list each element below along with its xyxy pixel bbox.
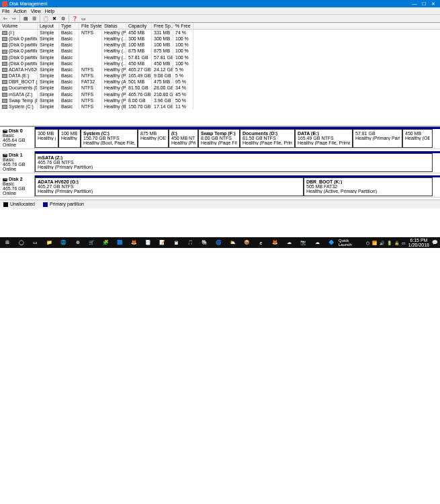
volume-row[interactable]: (I:)SimpleBasicNTFSHealthy (P...450 MB33… [0, 30, 440, 36]
taskbar-app[interactable]: 🦊 [268, 237, 282, 248]
taskbar-app[interactable]: 📝 [155, 237, 169, 248]
taskbar-app[interactable]: ☁ [310, 237, 324, 248]
tray-icon[interactable]: 🔒 [394, 241, 399, 245]
app-icon [2, 1, 7, 7]
taskbar-app[interactable]: 🐘 [197, 237, 212, 248]
taskbar: ⊞◯▭📁🌐⊕🛒🧩🟦🦊📑📝🖩🎵🐘🌀⛅📦e🦊☁📷☁🔷 Quick Launch ⬡📶… [0, 237, 440, 248]
toolbar-button[interactable]: ⇦ [2, 15, 9, 22]
volume-row[interactable]: Documents (D:)SimpleBasicNTFSHealthy (P.… [0, 85, 440, 91]
toolbar-button[interactable]: ✖ [51, 15, 58, 22]
system-tray: Quick Launch ⬡📶🔊🔋🔒▭ 6:15 PM1/20/2018 💬 [339, 238, 440, 247]
legend-item: Primary partition [43, 202, 84, 207]
close-button[interactable]: ✕ [429, 1, 438, 7]
toolbar-button[interactable]: ▤ [22, 15, 29, 22]
partition[interactable]: 100 MBHealthy (EF [58, 129, 81, 148]
column-header[interactable]: File System [79, 23, 102, 29]
toolbar-button[interactable]: 📋 [42, 15, 49, 22]
tray-icon[interactable]: 🔋 [387, 241, 392, 245]
titlebar: Disk Management — ☐ ✕ [0, 0, 440, 7]
window-title: Disk Management [9, 1, 410, 6]
column-header[interactable]: Volume [0, 23, 38, 29]
partition[interactable]: 57.81 GBHealthy (Primary Partition) [353, 129, 402, 148]
volume-row[interactable]: ADATA HV620 (G:)SimpleBasicNTFSHealthy (… [0, 67, 440, 73]
tray-icon[interactable]: ▭ [402, 241, 406, 245]
partition[interactable]: mSATA (Z:)465.76 GB NTFSHealthy (Primary… [35, 153, 433, 172]
volume-row[interactable]: (Disk 0 partition 10)SimpleBasicHealthy … [0, 54, 440, 60]
volume-row[interactable]: DATA (E:)SimpleBasicNTFSHealthy (P...165… [0, 73, 440, 79]
clock[interactable]: 6:15 PM1/20/2018 [408, 238, 429, 247]
menubar: FileActionViewHelp [0, 7, 440, 15]
partition[interactable]: ADATA HV620 (G:)465.27 GB NTFSHealthy (P… [35, 177, 304, 196]
disk-info[interactable]: 🖴 Disk 0Basic465.64 GBOnline [0, 127, 35, 149]
taskbar-app[interactable]: 🎵 [183, 237, 197, 248]
menu-view[interactable]: View [31, 9, 41, 13]
volume-row[interactable]: Swap Temp (F:)SimpleBasicNTFSHealthy (P.… [0, 97, 440, 103]
taskbar-app[interactable]: 🧩 [99, 237, 113, 248]
taskbar-app[interactable]: ⊞ [0, 237, 14, 248]
taskbar-app[interactable]: 🦊 [127, 237, 141, 248]
taskbar-app[interactable]: 🛒 [85, 237, 99, 248]
toolbar-button[interactable]: ❓ [71, 15, 78, 22]
tray-icon[interactable]: 📶 [372, 241, 377, 245]
disk-graphical-view: 🖴 Disk 0Basic465.64 GBOnline300 MBHealth… [0, 127, 440, 198]
volume-row[interactable]: mSATA (Z:)SimpleBasicNTFSHealthy (P...46… [0, 91, 440, 97]
list-header: VolumeLayoutTypeFile SystemStatusCapacit… [0, 23, 440, 30]
disk-info[interactable]: 🖴 Disk 2Basic465.76 GBOnline [0, 175, 35, 197]
partition[interactable]: (I:)450 MB NTFSHealthy (Primary [169, 129, 198, 148]
taskbar-app[interactable]: 📦 [240, 237, 254, 248]
partition[interactable]: 300 MBHealthy (OEM [35, 129, 58, 148]
menu-action[interactable]: Action [13, 9, 26, 13]
partition[interactable]: Swap Temp (F:)8.00 GB NTFSHealthy (Page … [198, 129, 240, 148]
taskbar-app[interactable]: e [254, 237, 268, 248]
menu-help[interactable]: Help [45, 9, 54, 13]
partition[interactable]: System (C:)150.70 GB NTFSHealthy (Boot, … [81, 129, 138, 148]
partition[interactable]: DATA (E:)165.49 GB NTFSHealthy (Page Fil… [295, 129, 353, 148]
toolbar-button[interactable]: ⇨ [11, 15, 17, 22]
volume-row[interactable]: (Disk 0 partition 1)SimpleBasicHealthy (… [0, 36, 440, 42]
minimize-button[interactable]: — [410, 1, 419, 6]
column-header[interactable]: Type [59, 23, 79, 29]
tray-icon[interactable]: ⬡ [366, 241, 369, 245]
taskbar-app[interactable]: ⛅ [226, 237, 240, 248]
toolbar-button[interactable]: ▭ [80, 15, 87, 22]
taskbar-app[interactable]: ⊕ [71, 237, 85, 248]
partition[interactable]: 875 MBHealthy (OEM Part [138, 129, 169, 148]
column-header[interactable]: Layout [38, 23, 59, 29]
toolbar-button[interactable]: ☰ [31, 15, 38, 22]
volume-row[interactable]: (Disk 0 partition 5)SimpleBasicHealthy (… [0, 48, 440, 54]
taskbar-app[interactable]: 📁 [42, 237, 56, 248]
quick-launch-label: Quick Launch [339, 239, 359, 247]
volume-row[interactable]: System (C:)SimpleBasicNTFSHealthy (B...1… [0, 103, 440, 110]
taskbar-app[interactable]: 🌐 [56, 237, 71, 248]
column-header[interactable]: Free Sp... [152, 23, 173, 29]
taskbar-app[interactable]: ▭ [28, 237, 42, 248]
partition[interactable]: Documents (D:)81.50 GB NTFSHealthy (Page… [240, 129, 295, 148]
partition[interactable]: DBR_BOOT (K:)505 MB FAT32Healthy (Active… [304, 177, 433, 196]
disk-row: 🖴 Disk 2Basic465.76 GBOnlineADATA HV620 … [0, 175, 440, 198]
tray-icon[interactable]: 🔊 [380, 241, 384, 245]
taskbar-app[interactable]: ☁ [282, 237, 296, 248]
disk-row: 🖴 Disk 0Basic465.64 GBOnline300 MBHealth… [0, 127, 440, 149]
column-header[interactable]: Status [102, 23, 126, 29]
taskbar-app[interactable]: 🌀 [212, 237, 226, 248]
taskbar-app[interactable]: 📑 [141, 237, 155, 248]
maximize-button[interactable]: ☐ [419, 1, 429, 7]
volume-row[interactable]: (Disk 0 partition 2)SimpleBasicHealthy (… [0, 42, 440, 48]
taskbar-app[interactable]: 📷 [296, 237, 310, 248]
taskbar-app[interactable]: 🔷 [324, 237, 339, 248]
column-header[interactable]: Capacity [126, 23, 152, 29]
notification-icon[interactable]: 💬 [432, 240, 438, 245]
taskbar-app[interactable]: ◯ [14, 237, 28, 248]
partition[interactable]: 450 MBHealthy (OEM Pa [402, 129, 433, 148]
taskbar-app[interactable]: 🟦 [113, 237, 127, 248]
disk-info[interactable]: 🖴 Disk 1Basic465.76 GBOnline [0, 151, 35, 173]
legend: UnallocatedPrimary partition [0, 200, 440, 208]
volume-row[interactable]: (Disk 0 partition 11)SimpleBasicHealthy … [0, 60, 440, 67]
disk-row: 🖴 Disk 1Basic465.76 GBOnlinemSATA (Z:)46… [0, 151, 440, 173]
volume-list[interactable]: VolumeLayoutTypeFile SystemStatusCapacit… [0, 23, 440, 127]
toolbar-button[interactable]: ⚙ [60, 15, 67, 22]
column-header[interactable]: % Free [173, 23, 193, 29]
volume-row[interactable]: DBR_BOOT (K:)SimpleBasicFAT32Healthy (A.… [0, 79, 440, 85]
taskbar-app[interactable]: 🖩 [169, 237, 183, 248]
menu-file[interactable]: File [2, 9, 9, 13]
